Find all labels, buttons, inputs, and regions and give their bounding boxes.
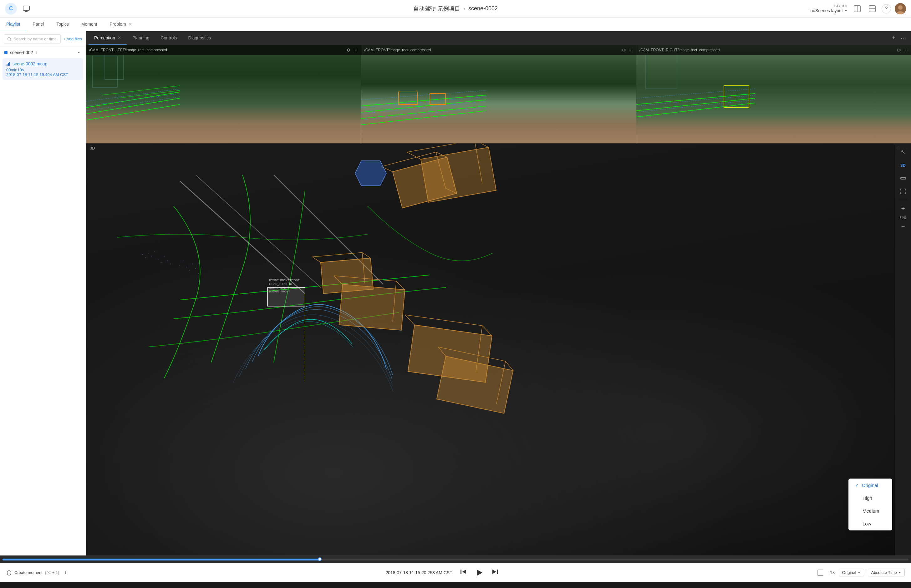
cam-more-front-left[interactable]: ⋯ bbox=[353, 48, 358, 53]
file-chart-icon bbox=[6, 61, 11, 66]
tab-moment[interactable]: Moment bbox=[75, 18, 103, 31]
absolute-time-button[interactable]: Absolute Time bbox=[868, 569, 905, 577]
svg-line-19 bbox=[86, 105, 180, 120]
svg-line-28 bbox=[361, 100, 486, 112]
cam-more-front-right[interactable]: ⋯ bbox=[903, 48, 908, 53]
svg-point-92 bbox=[161, 262, 162, 263]
cam-more-front[interactable]: ⋯ bbox=[628, 48, 633, 53]
add-panel-button[interactable]: + bbox=[889, 35, 898, 41]
search-input-wrap[interactable]: Search by name or time bbox=[4, 34, 61, 44]
timeline-progress bbox=[3, 559, 320, 561]
time-mode-button[interactable]: Original bbox=[839, 569, 864, 577]
svg-line-34 bbox=[361, 108, 486, 120]
tab-topics[interactable]: Topics bbox=[50, 18, 75, 31]
panel-tab-controls[interactable]: Controls bbox=[155, 31, 183, 45]
svg-line-40 bbox=[636, 89, 755, 98]
play-button[interactable] bbox=[473, 566, 486, 579]
close-problem-tab[interactable]: ✕ bbox=[129, 22, 132, 27]
svg-point-100 bbox=[192, 264, 193, 265]
quality-high[interactable]: High bbox=[849, 492, 892, 504]
svg-rect-35 bbox=[399, 92, 417, 105]
search-row: Search by name or time + Add files bbox=[0, 31, 86, 47]
3d-view-button[interactable]: 3D bbox=[897, 159, 909, 171]
timeline-bar[interactable] bbox=[0, 556, 911, 563]
help-icon[interactable]: ? bbox=[882, 4, 891, 13]
svg-text:RADAR_FRONT: RADAR_FRONT bbox=[269, 290, 290, 293]
cam-title-front-right: /CAM_FRONT_RIGHT/image_rect_compressed bbox=[640, 48, 720, 52]
panel-tab-perception[interactable]: Perception ✕ bbox=[89, 31, 127, 45]
topbar-right: LAYOUT nuScenes layout ? bbox=[810, 3, 906, 15]
quality-low[interactable]: Low bbox=[849, 517, 892, 530]
prev-frame-button[interactable] bbox=[460, 568, 467, 577]
cam-image-front-left bbox=[86, 45, 361, 143]
tab-problem[interactable]: Problem ✕ bbox=[103, 18, 138, 31]
quality-medium[interactable]: Medium bbox=[849, 504, 892, 517]
svg-rect-64 bbox=[339, 284, 405, 330]
svg-line-32 bbox=[361, 97, 486, 108]
svg-line-70 bbox=[404, 315, 416, 325]
svg-text:CAM_FRONT: CAM_FRONT bbox=[269, 286, 287, 289]
timeline-handle[interactable] bbox=[318, 557, 321, 561]
app-logo[interactable]: C bbox=[5, 3, 17, 15]
layout-value[interactable]: nuScenes layout bbox=[810, 8, 848, 13]
svg-rect-44 bbox=[646, 51, 677, 89]
collapse-icon[interactable] bbox=[76, 50, 81, 55]
bottom-right: 1× Original Absolute Time bbox=[815, 567, 905, 578]
quality-original[interactable]: ✓ Original bbox=[849, 479, 892, 492]
scene-file-item[interactable]: scene-0002.mcap 00min19s 2018-07-18 11:1… bbox=[3, 58, 83, 80]
svg-point-87 bbox=[152, 256, 152, 257]
panel-3d-label: 3D bbox=[90, 146, 95, 150]
scene-name-sidebar: scene-0002 bbox=[10, 50, 33, 55]
svg-point-12 bbox=[8, 37, 11, 40]
bottom-info-icon[interactable]: ℹ bbox=[61, 569, 69, 577]
bottom-left: Create moment (⌥ + 1) ℹ bbox=[6, 569, 69, 577]
layout-selector[interactable]: LAYOUT nuScenes layout bbox=[810, 4, 848, 13]
add-files-button[interactable]: + Add files bbox=[63, 37, 82, 41]
ruler-tool-button[interactable] bbox=[897, 172, 909, 184]
3d-scene-svg: FRONT FRONT FRONT LIDAR_TOP 0.0m CAM_FRO… bbox=[86, 144, 911, 556]
cam-settings-front-right[interactable]: ⚙ bbox=[897, 48, 901, 53]
next-frame-button[interactable] bbox=[492, 568, 499, 577]
svg-line-24 bbox=[86, 97, 180, 111]
svg-point-93 bbox=[164, 256, 165, 257]
svg-text:FRONT FRONT FRONT: FRONT FRONT FRONT bbox=[269, 279, 300, 282]
timeline-track[interactable] bbox=[3, 559, 908, 561]
svg-line-61 bbox=[362, 252, 371, 258]
tab-playlist[interactable]: Playlist bbox=[0, 18, 26, 31]
cam-settings-front-left[interactable]: ⚙ bbox=[347, 48, 351, 53]
speed-selector[interactable]: 1× bbox=[830, 570, 835, 575]
more-options-button[interactable]: ⋯ bbox=[898, 35, 908, 42]
svg-line-13 bbox=[10, 40, 11, 41]
svg-point-97 bbox=[183, 260, 184, 262]
cursor-tool-button[interactable]: ↖ bbox=[897, 146, 909, 158]
topbar: C 自动驾驶-示例项目 › scene-0002 LAYOUT nuScenes… bbox=[0, 0, 911, 18]
panel-tab-diagnostics[interactable]: Diagnostics bbox=[183, 31, 216, 45]
svg-point-103 bbox=[202, 267, 202, 268]
svg-point-91 bbox=[145, 257, 146, 258]
svg-line-20 bbox=[102, 86, 180, 95]
cam-overlay-front-left bbox=[86, 45, 361, 143]
cam-settings-front[interactable]: ⚙ bbox=[622, 48, 626, 53]
zoom-in-button[interactable]: + bbox=[897, 203, 909, 215]
layout-panel-icon[interactable] bbox=[851, 3, 863, 15]
svg-line-72 bbox=[405, 315, 482, 326]
monitor-icon[interactable] bbox=[21, 3, 32, 15]
svg-line-37 bbox=[636, 94, 755, 105]
svg-line-27 bbox=[361, 95, 486, 106]
shortcut-label: (⌥ + 1) bbox=[45, 570, 60, 575]
cam-title-front-left: /CAM_FRONT_LEFT/image_rect_compressed bbox=[89, 48, 167, 52]
camera-header-front-right: /CAM_FRONT_RIGHT/image_rect_compressed ⚙… bbox=[636, 45, 911, 55]
toolbar-divider bbox=[898, 200, 908, 200]
zoom-out-button[interactable]: − bbox=[897, 221, 909, 233]
close-perception-tab[interactable]: ✕ bbox=[118, 36, 121, 40]
layout-split-icon[interactable] bbox=[867, 3, 878, 15]
cam-image-front-right bbox=[636, 45, 911, 143]
svg-point-95 bbox=[170, 264, 171, 265]
panel-tab-planning[interactable]: Planning bbox=[127, 31, 155, 45]
svg-point-96 bbox=[179, 265, 181, 266]
svg-rect-74 bbox=[437, 356, 513, 414]
tab-panel[interactable]: Panel bbox=[26, 18, 50, 31]
create-moment-label: Create moment bbox=[15, 570, 42, 575]
alert-icon[interactable] bbox=[815, 567, 826, 578]
expand-button[interactable] bbox=[897, 186, 909, 197]
